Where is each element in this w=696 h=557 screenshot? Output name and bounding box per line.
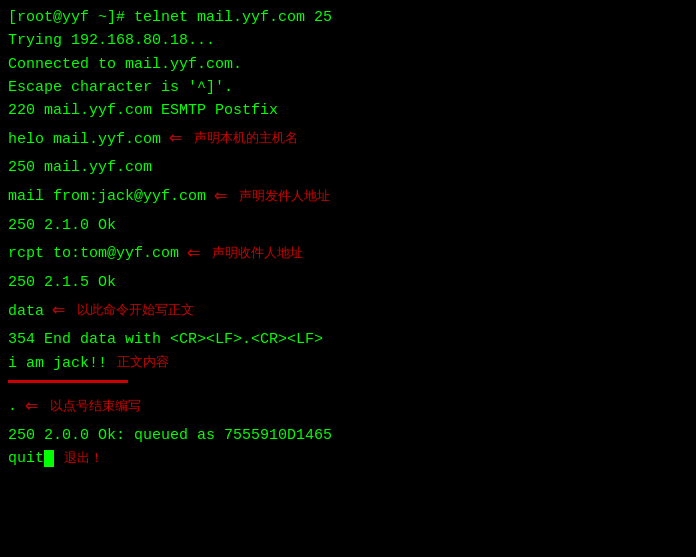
line-1: [root@yyf ~]# telnet mail.yyf.com 25 [8,6,688,29]
arrow-icon-12: ⇐ [52,294,65,328]
line-4: Escape character is '^]'. [8,76,688,99]
line-10-text: rcpt to:tom@yyf.com [8,242,179,265]
annotation-15: 以点号结束编写 [50,397,141,417]
line-13: 354 End data with <CR><LF>.<CR><LF> [8,328,688,351]
annotation-10: 声明收件人地址 [212,244,303,264]
line-8-text: mail from:jack@yyf.com [8,185,206,208]
line-15-text: . [8,395,17,418]
line-11: 250 2.1.5 Ok [8,271,688,294]
line-5: 220 mail.yyf.com ESMTP Postfix [8,99,688,122]
arrow-icon-6: ⇐ [169,122,182,156]
line-3: Connected to mail.yyf.com. [8,53,688,76]
line-8: mail from:jack@yyf.com ⇐ 声明发件人地址 [8,180,688,214]
line-17: quit 退出！ [8,447,688,470]
cursor-block [44,450,54,467]
line-9: 250 2.1.0 Ok [8,214,688,237]
line-6: helo mail.yyf.com ⇐ 声明本机的主机名 [8,122,688,156]
annotation-8: 声明发件人地址 [239,187,330,207]
line-7: 250 mail.yyf.com [8,156,688,179]
line-3-text: Connected to mail.yyf.com. [8,53,242,76]
line-13-text: 354 End data with <CR><LF>.<CR><LF> [8,328,323,351]
arrow-icon-15: ⇐ [25,390,38,424]
annotation-17: 退出！ [64,449,103,469]
arrow-icon-10: ⇐ [187,237,200,271]
annotation-6: 声明本机的主机名 [194,129,298,149]
line-2: Trying 192.168.80.18... [8,29,688,52]
arrow-icon-8: ⇐ [214,180,227,214]
line-6-text: helo mail.yyf.com [8,128,161,151]
terminal-window: [root@yyf ~]# telnet mail.yyf.com 25 Try… [0,0,696,557]
line-16-text: 250 2.0.0 Ok: queued as 7555910D1465 [8,424,332,447]
line-1-text: [root@yyf ~]# telnet mail.yyf.com 25 [8,6,332,29]
annotation-12: 以此命令开始写正文 [77,301,194,321]
line-9-text: 250 2.1.0 Ok [8,214,116,237]
underline-14 [8,371,688,388]
line-5-text: 220 mail.yyf.com ESMTP Postfix [8,99,278,122]
line-11-text: 250 2.1.5 Ok [8,271,116,294]
line-12-text: data [8,300,44,323]
line-4-text: Escape character is '^]'. [8,76,233,99]
line-10: rcpt to:tom@yyf.com ⇐ 声明收件人地址 [8,237,688,271]
line-7-text: 250 mail.yyf.com [8,156,152,179]
line-2-text: Trying 192.168.80.18... [8,29,215,52]
line-16: 250 2.0.0 Ok: queued as 7555910D1465 [8,424,688,447]
line-15: . ⇐ 以点号结束编写 [8,390,688,424]
line-17-text: quit [8,447,44,470]
line-12: data ⇐ 以此命令开始写正文 [8,294,688,328]
